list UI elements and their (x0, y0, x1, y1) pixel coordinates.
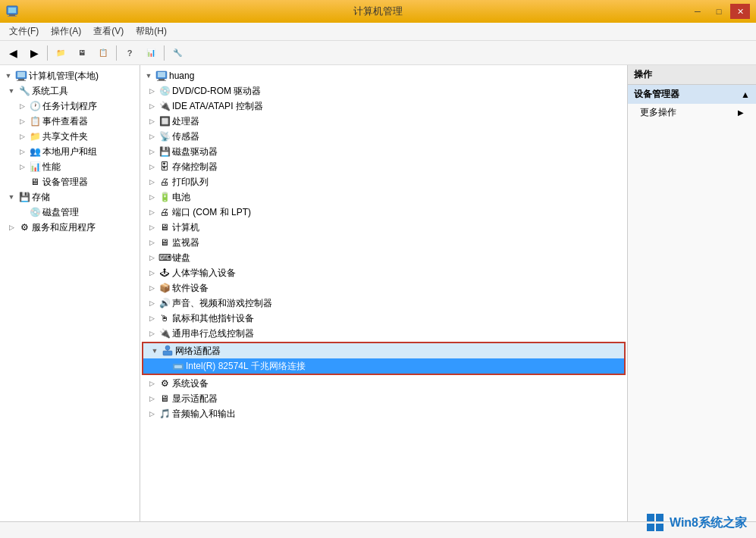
net-toggle: ▼ (149, 346, 160, 356)
swdev-toggle: ▷ (146, 283, 157, 293)
nic-toggle (160, 361, 171, 371)
local-users-label: 本地用户和组 (42, 147, 97, 156)
left-system-tools[interactable]: ▼ 🔧 系统工具 (0, 83, 140, 99)
menu-view[interactable]: 查看(V) (87, 23, 130, 39)
action-more-operations[interactable]: 更多操作 ▶ (628, 104, 756, 121)
mid-print[interactable]: ▷ 🖨 打印队列 (140, 174, 627, 189)
keyboard-label: 键盘 (172, 253, 190, 262)
toolbar-separator-3 (164, 45, 165, 61)
mid-dvd[interactable]: ▷ 💿 DVD/CD-ROM 驱动器 (140, 83, 627, 99)
left-event-viewer[interactable]: ▷ 📋 事件查看器 (0, 114, 140, 129)
computer2-icon: 🖥 (158, 221, 171, 233)
ts-toggle: ▷ (17, 101, 27, 111)
left-storage[interactable]: ▼ 💾 存储 (0, 189, 140, 205)
lu-toggle: ▷ (17, 146, 27, 157)
forward-button[interactable]: ▶ (24, 43, 44, 63)
mid-processor[interactable]: ▷ 🔲 处理器 (140, 114, 627, 129)
show-console[interactable]: 🖥 (72, 43, 92, 63)
disk2-label: 磁盘驱动器 (172, 147, 218, 156)
mid-audio[interactable]: ▷ 🔊 声音、视频和游戏控制器 (140, 296, 627, 311)
menu-help[interactable]: 帮助(H) (130, 23, 173, 39)
display-label: 显示适配器 (172, 394, 218, 403)
mid-storage-ctrl[interactable]: ▷ 🗄 存储控制器 (140, 159, 627, 174)
main-area: ▼ 计算机管理(本地) ▼ 🔧 系统工具 ▷ 🕐 任务计划程序 ▷ (0, 65, 756, 521)
network-icon (162, 345, 174, 357)
mid-usb[interactable]: ▷ 🔌 通用串行总线控制器 (140, 326, 627, 341)
back-button[interactable]: ◀ (3, 43, 23, 63)
mid-ide[interactable]: ▷ 🔌 IDE ATA/ATAPI 控制器 (140, 99, 627, 114)
mid-intel-nic[interactable]: Intel(R) 82574L 千兆网络连接 (143, 358, 624, 374)
mid-monitor[interactable]: ▷ 🖥 监视器 (140, 235, 627, 250)
storage-icon: 💾 (18, 191, 30, 203)
audio-icon: 🔊 (158, 297, 171, 309)
nic-icon (172, 360, 184, 372)
mid-keyboard[interactable]: ▷ ⌨ 键盘 (140, 250, 627, 265)
disk-icon: 💿 (29, 206, 41, 218)
svg-rect-11 (157, 80, 166, 81)
button6[interactable]: 🔧 (168, 43, 187, 63)
mid-root[interactable]: ▼ huang (140, 68, 627, 83)
disp-toggle: ▷ (146, 393, 157, 404)
menu-action[interactable]: 操作(A) (45, 23, 87, 39)
task-scheduler-icon: 🕐 (29, 100, 41, 112)
monitor-icon: 🖥 (158, 236, 171, 249)
svg-point-13 (165, 346, 170, 350)
left-services[interactable]: ▷ ⚙ 服务和应用程序 (0, 220, 140, 235)
root-toggle: ▼ (3, 70, 14, 81)
audio-label: 声音、视频和游戏控制器 (172, 299, 272, 308)
mid-root-toggle: ▼ (143, 70, 154, 81)
title-bar-left (6, 5, 18, 17)
system-tools-label: 系统工具 (32, 86, 68, 95)
mid-network-adapter[interactable]: ▼ 网络适配器 (143, 343, 624, 358)
mid-hid[interactable]: ▷ 🕹 人体学输入设备 (140, 265, 627, 280)
close-button[interactable]: ✕ (730, 4, 750, 19)
mouse-label: 鼠标和其他指针设备 (172, 314, 254, 323)
mid-disk[interactable]: ▷ 💾 磁盘驱动器 (140, 144, 627, 159)
mid-audio-io[interactable]: ▷ 🎵 音频输入和输出 (140, 406, 627, 421)
more-ops-arrow: ▶ (738, 108, 744, 117)
mid-mouse[interactable]: ▷ 🖱 鼠标和其他指针设备 (140, 311, 627, 326)
left-performance[interactable]: ▷ 📊 性能 (0, 159, 140, 174)
mid-display[interactable]: ▷ 🖥 显示适配器 (140, 391, 627, 406)
menu-file[interactable]: 文件(F) (3, 23, 45, 39)
software-dev-icon: 📦 (158, 282, 171, 294)
left-shared-folders[interactable]: ▷ 📁 共享文件夹 (0, 129, 140, 144)
minimize-button[interactable]: ─ (688, 4, 707, 19)
left-task-scheduler[interactable]: ▷ 🕐 任务计划程序 (0, 99, 140, 114)
mid-computer[interactable]: ▷ 🖥 计算机 (140, 220, 627, 235)
kb-toggle: ▷ (146, 252, 157, 263)
mid-root-label: huang (169, 71, 194, 80)
aio-toggle: ▷ (146, 408, 157, 419)
comp-toggle: ▷ (146, 222, 157, 233)
left-local-users[interactable]: ▷ 👥 本地用户和组 (0, 144, 140, 159)
maximize-button[interactable]: □ (709, 4, 729, 19)
toolbar-separator-1 (47, 45, 48, 61)
sensor-toggle: ▷ (146, 131, 157, 142)
button3[interactable]: 📋 (93, 43, 113, 63)
mid-battery[interactable]: ▷ 🔋 电池 (140, 189, 627, 205)
button5[interactable]: 📊 (141, 43, 161, 63)
left-disk-management[interactable]: 💿 磁盘管理 (0, 205, 140, 220)
services-icon: ⚙ (18, 221, 30, 233)
left-tree-root[interactable]: ▼ 计算机管理(本地) (0, 68, 140, 83)
audio-io-label: 音频输入和输出 (172, 409, 236, 418)
left-device-manager[interactable]: 🖥 设备管理器 (0, 174, 140, 189)
mid-system-devices[interactable]: ▷ ⚙ 系统设备 (140, 376, 627, 391)
device-manager-label: 设备管理器 (42, 177, 88, 186)
event-viewer-label: 事件查看器 (42, 117, 88, 126)
dvd-label: DVD/CD-ROM 驱动器 (172, 86, 261, 95)
shared-folders-label: 共享文件夹 (42, 132, 88, 141)
up-button[interactable]: 📁 (51, 43, 71, 63)
storage-label: 存储 (32, 192, 50, 202)
computer-icon (15, 70, 27, 82)
action-section-device-manager[interactable]: 设备管理器 ▲ (628, 85, 756, 104)
computer-label: 计算机 (172, 223, 199, 232)
mid-port[interactable]: ▷ 🖨 端口 (COM 和 LPT) (140, 205, 627, 220)
disk2-toggle: ▷ (146, 146, 157, 157)
mid-sensor[interactable]: ▷ 📡 传感器 (140, 129, 627, 144)
mid-software-dev[interactable]: ▷ 📦 软件设备 (140, 280, 627, 296)
help-button[interactable]: ? (120, 43, 140, 63)
print-icon: 🖨 (158, 176, 171, 188)
intel-nic-label: Intel(R) 82574L 千兆网络连接 (186, 361, 306, 371)
system-tools-icon: 🔧 (18, 85, 30, 97)
